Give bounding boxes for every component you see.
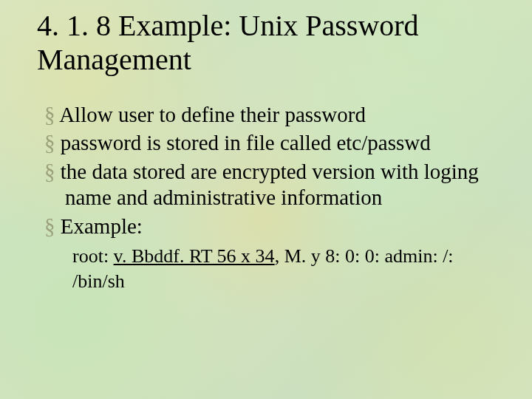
slide: 4. 1. 8 Example: Unix Password Managemen… — [0, 0, 532, 399]
example-line: root: v. Bbddf. RT 56 x 34, M. y 8: 0: 0… — [72, 244, 502, 294]
bullet-item: Example: — [44, 214, 502, 239]
example-text-underline: v. Bbddf. RT 56 x 34 — [114, 245, 275, 267]
bullet-item: the data stored are encrypted version wi… — [44, 159, 502, 211]
slide-title: 4. 1. 8 Example: Unix Password Managemen… — [37, 9, 502, 77]
example-text-plain: root: — [72, 245, 114, 267]
bullet-list: Allow user to define their password pass… — [37, 102, 502, 239]
bullet-item: Allow user to define their password — [44, 102, 502, 128]
bullet-item: password is stored in file called etc/pa… — [44, 130, 502, 156]
